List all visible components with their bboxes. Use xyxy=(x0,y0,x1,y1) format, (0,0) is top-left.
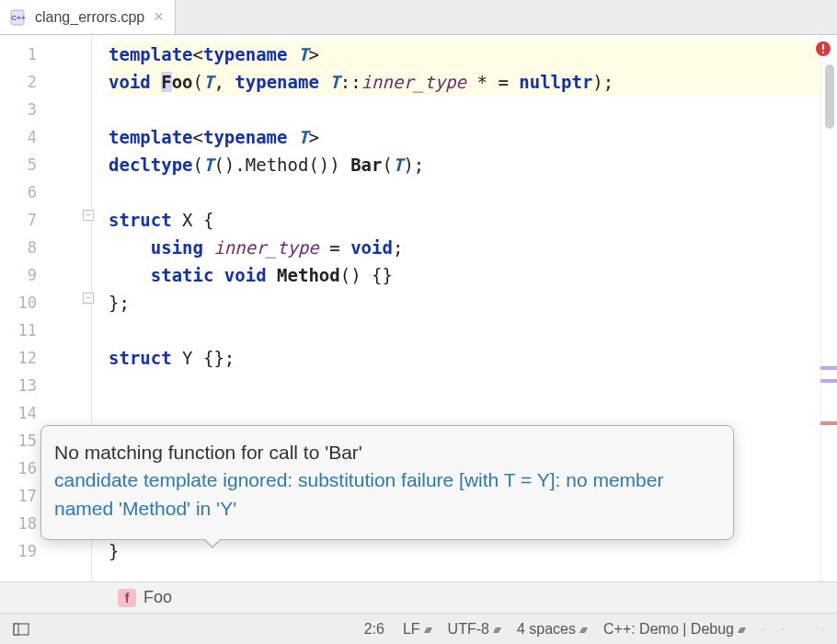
line-number: 11 xyxy=(0,316,46,344)
caret-position[interactable]: 2:6 xyxy=(357,621,392,638)
line-number: 19 xyxy=(0,537,46,565)
line-number: 6 xyxy=(0,178,46,206)
cpp-file-icon: C++ xyxy=(9,8,28,27)
code-line[interactable]: struct Y {}; xyxy=(109,344,820,372)
svg-text:C++: C++ xyxy=(11,14,25,22)
code-line[interactable]: static void Method() {} xyxy=(109,261,820,289)
svg-rect-4 xyxy=(822,52,824,53)
tool-window-toggle-icon[interactable] xyxy=(6,621,37,638)
breadcrumb-function-name[interactable]: Foo xyxy=(143,588,172,607)
editor: 12345678910111213141516171819 – – templa… xyxy=(0,35,837,581)
svg-rect-6 xyxy=(14,624,18,635)
file-tab[interactable]: C++ clang_errors.cpp × xyxy=(0,0,176,34)
encoding-selector[interactable]: UTF-8 ▴▾ xyxy=(441,621,506,638)
settings-sync-icon[interactable] xyxy=(795,621,811,638)
line-number: 8 xyxy=(0,234,46,261)
error-stripe[interactable] xyxy=(820,35,837,581)
line-number: 12 xyxy=(0,344,46,372)
tab-filename: clang_errors.cpp xyxy=(35,9,144,26)
dropdown-icon: ▴▾ xyxy=(493,623,499,636)
line-number: 4 xyxy=(0,123,46,151)
line-number: 1 xyxy=(0,40,46,68)
dropdown-icon: ▴▾ xyxy=(738,623,743,636)
line-number: 14 xyxy=(0,399,46,427)
code-line[interactable]: template<typename T> xyxy=(109,123,820,151)
line-number: 15 xyxy=(0,427,46,454)
svg-line-11 xyxy=(823,629,824,630)
code-line[interactable] xyxy=(109,399,820,427)
code-line[interactable]: struct X { xyxy=(109,206,820,234)
scrollbar-thumb[interactable] xyxy=(825,64,834,129)
line-number: 2 xyxy=(0,68,46,96)
line-number: 7 xyxy=(0,206,46,234)
line-number: 16 xyxy=(0,454,46,482)
error-mark[interactable] xyxy=(820,421,837,425)
error-indicator-icon[interactable] xyxy=(815,40,831,57)
code-line[interactable]: void Foo(T, typename T::inner_type * = n… xyxy=(109,68,820,96)
line-number: 5 xyxy=(0,151,46,178)
warning-mark[interactable] xyxy=(820,366,837,370)
run-context-selector[interactable]: C++: Demo | Debug ▴▾ xyxy=(596,621,751,638)
code-line[interactable]: decltype(T().Method()) Bar(T); xyxy=(109,151,820,178)
warning-mark[interactable] xyxy=(820,379,837,383)
code-line[interactable] xyxy=(109,316,820,344)
search-icon[interactable] xyxy=(815,621,831,638)
code-line[interactable] xyxy=(109,96,820,123)
code-line[interactable]: }; xyxy=(109,289,820,316)
code-line[interactable] xyxy=(109,372,820,399)
line-number-gutter: 12345678910111213141516171819 xyxy=(0,35,46,581)
tooltip-detail: candidate template ignored: substitution… xyxy=(54,466,718,523)
svg-rect-7 xyxy=(762,628,762,629)
line-number: 9 xyxy=(0,261,46,289)
status-bar: 2:6 LF ▴▾ UTF-8 ▴▾ 4 spaces ▴▾ C++: Demo… xyxy=(0,613,837,644)
tab-bar: C++ clang_errors.cpp × xyxy=(0,0,837,35)
line-number: 18 xyxy=(0,510,46,537)
dropdown-icon: ▴▾ xyxy=(424,623,430,636)
indent-selector[interactable]: 4 spaces ▴▾ xyxy=(510,621,592,638)
svg-rect-3 xyxy=(822,44,824,50)
tab-close-icon[interactable]: × xyxy=(152,7,166,27)
error-tooltip: No matching function for call to 'Bar' c… xyxy=(40,425,734,540)
line-separator-selector[interactable]: LF ▴▾ xyxy=(396,621,437,638)
code-line[interactable] xyxy=(109,178,820,206)
code-line[interactable]: using inner_type = void; xyxy=(109,234,820,261)
lock-icon[interactable] xyxy=(754,621,771,638)
dropdown-icon: ▴▾ xyxy=(579,623,585,636)
tooltip-title: No matching function for call to 'Bar' xyxy=(54,439,718,466)
line-number: 10 xyxy=(0,289,46,316)
breadcrumb-bar: f Foo xyxy=(0,581,837,613)
line-number: 17 xyxy=(0,482,46,510)
line-number: 13 xyxy=(0,372,46,399)
svg-rect-5 xyxy=(14,624,29,635)
inspector-icon[interactable] xyxy=(774,621,791,638)
line-number: 3 xyxy=(0,96,46,123)
code-line[interactable]: template<typename T> xyxy=(109,40,820,68)
function-badge-icon: f xyxy=(118,589,136,607)
tooltip-pointer-icon xyxy=(203,539,222,548)
svg-point-10 xyxy=(822,628,823,629)
